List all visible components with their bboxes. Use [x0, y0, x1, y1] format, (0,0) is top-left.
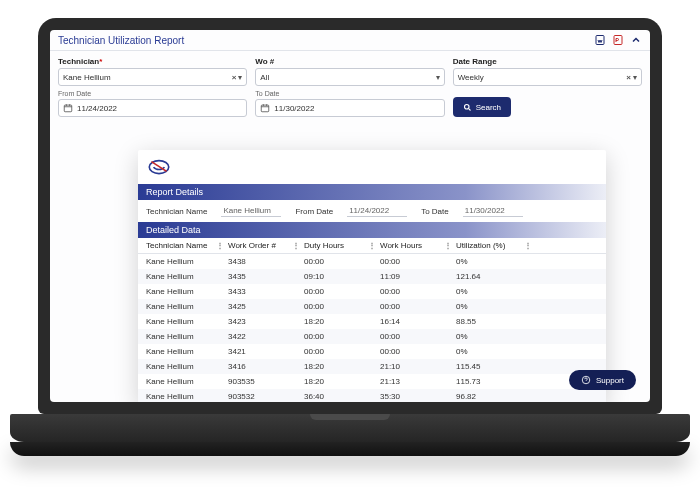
cell-duty: 36:40: [304, 392, 376, 401]
chevron-down-icon: ▾: [633, 73, 637, 82]
cell-util: 121.64: [456, 272, 532, 281]
table-row[interactable]: Kane Hellium343800:0000:000%: [138, 254, 606, 269]
col-duty[interactable]: Duty Hours: [304, 241, 344, 250]
cell-duty: 18:20: [304, 317, 376, 326]
column-menu-icon[interactable]: ⋮: [520, 241, 532, 250]
cell-wo: 3435: [228, 272, 300, 281]
cell-name: Kane Hellium: [146, 347, 224, 356]
meta-technician-value: Kane Hellium: [221, 205, 281, 217]
cell-duty: 00:00: [304, 302, 376, 311]
support-button[interactable]: Support: [569, 370, 636, 390]
cell-work: 00:00: [380, 347, 452, 356]
cell-name: Kane Hellium: [146, 257, 224, 266]
chevron-down-icon: ▾: [436, 73, 440, 82]
cell-name: Kane Hellium: [146, 362, 224, 371]
cell-util: 0%: [456, 257, 532, 266]
cell-wo: 3438: [228, 257, 300, 266]
table-row[interactable]: Kane Hellium342100:0000:000%: [138, 344, 606, 359]
meta-from-label: From Date: [295, 207, 333, 216]
from-date-input[interactable]: 11/24/2022: [58, 99, 247, 117]
svg-rect-2: [64, 105, 72, 112]
cell-wo: 3433: [228, 287, 300, 296]
calendar-icon: [260, 103, 270, 113]
table-row[interactable]: Kane Hellium90353236:4035:3096.82: [138, 389, 606, 402]
detailed-data-heading: Detailed Data: [138, 222, 606, 238]
cell-name: Kane Hellium: [146, 272, 224, 281]
cell-util: 0%: [456, 302, 532, 311]
cell-duty: 09:10: [304, 272, 376, 281]
clear-icon[interactable]: ×: [232, 73, 237, 82]
cell-work: 35:30: [380, 392, 452, 401]
meta-to-value: 11/30/2022: [463, 205, 523, 217]
cell-duty: 00:00: [304, 257, 376, 266]
cell-name: Kane Hellium: [146, 332, 224, 341]
col-work[interactable]: Work Hours: [380, 241, 422, 250]
support-label: Support: [596, 376, 624, 385]
cell-name: Kane Hellium: [146, 302, 224, 311]
cell-duty: 18:20: [304, 377, 376, 386]
table-body: Kane Hellium343800:0000:000%Kane Hellium…: [138, 254, 606, 402]
cell-util: 96.82: [456, 392, 532, 401]
screen-bezel: Technician Utilization Report Technician: [38, 18, 662, 414]
table-row[interactable]: Kane Hellium343509:1011:09121.64: [138, 269, 606, 284]
date-range-label: Date Range: [453, 57, 642, 66]
clear-icon[interactable]: ×: [626, 73, 631, 82]
laptop-foot: [10, 442, 690, 456]
column-menu-icon[interactable]: ⋮: [440, 241, 452, 250]
date-range-value: Weekly: [458, 73, 484, 82]
cell-work: 11:09: [380, 272, 452, 281]
cell-util: 88.55: [456, 317, 532, 326]
table-row[interactable]: Kane Hellium341618:2021:10115.45: [138, 359, 606, 374]
table-row[interactable]: Kane Hellium342200:0000:000%: [138, 329, 606, 344]
from-date-value: 11/24/2022: [77, 104, 117, 113]
cell-work: 16:14: [380, 317, 452, 326]
search-button-label: Search: [476, 103, 501, 112]
export-pdf-icon[interactable]: [612, 34, 624, 46]
cell-work: 21:13: [380, 377, 452, 386]
cell-work: 00:00: [380, 332, 452, 341]
collapse-icon[interactable]: [630, 34, 642, 46]
cell-name: Kane Hellium: [146, 377, 224, 386]
page-title: Technician Utilization Report: [58, 35, 184, 46]
table-row[interactable]: Kane Hellium342318:2016:1488.55: [138, 314, 606, 329]
col-util[interactable]: Utilization (%): [456, 241, 505, 250]
table-row[interactable]: Kane Hellium343300:0000:000%: [138, 284, 606, 299]
technician-select[interactable]: Kane Hellium ×▾: [58, 68, 247, 86]
to-date-label: To Date: [255, 90, 444, 97]
cell-util: 0%: [456, 332, 532, 341]
cell-duty: 18:20: [304, 362, 376, 371]
from-date-label: From Date: [58, 90, 247, 97]
column-menu-icon[interactable]: ⋮: [364, 241, 376, 250]
cell-work: 21:10: [380, 362, 452, 371]
cell-wo: 3423: [228, 317, 300, 326]
search-button[interactable]: Search: [453, 97, 511, 117]
table-header: Technician Name⋮ Work Order #⋮ Duty Hour…: [138, 238, 606, 254]
cell-wo: 3416: [228, 362, 300, 371]
col-technician[interactable]: Technician Name: [146, 241, 207, 250]
wo-select[interactable]: All ▾: [255, 68, 444, 86]
cell-name: Kane Hellium: [146, 317, 224, 326]
cell-wo: 903535: [228, 377, 300, 386]
calendar-icon: [63, 103, 73, 113]
col-wo[interactable]: Work Order #: [228, 241, 276, 250]
report-card: Report Details Technician Name Kane Hell…: [138, 150, 606, 402]
table-row[interactable]: Kane Hellium342500:0000:000%: [138, 299, 606, 314]
to-date-input[interactable]: 11/30/2022: [255, 99, 444, 117]
meta-to-label: To Date: [421, 207, 449, 216]
meta-from-value: 11/24/2022: [347, 205, 407, 217]
dates-row: From Date 11/24/2022 To Date 11/3: [50, 88, 650, 123]
technician-label: Technician: [58, 57, 247, 66]
table-row[interactable]: Kane Hellium90353518:2021:13115.73: [138, 374, 606, 389]
chevron-down-icon: ▾: [238, 73, 242, 82]
column-menu-icon[interactable]: ⋮: [288, 241, 300, 250]
export-word-icon[interactable]: [594, 34, 606, 46]
cell-wo: 3425: [228, 302, 300, 311]
laptop-frame: Technician Utilization Report Technician: [38, 18, 662, 458]
cell-duty: 00:00: [304, 332, 376, 341]
date-range-select[interactable]: Weekly ×▾: [453, 68, 642, 86]
column-menu-icon[interactable]: ⋮: [212, 241, 224, 250]
panel-header: Technician Utilization Report: [50, 30, 650, 51]
wo-value: All: [260, 73, 269, 82]
cell-work: 00:00: [380, 287, 452, 296]
cell-wo: 3422: [228, 332, 300, 341]
